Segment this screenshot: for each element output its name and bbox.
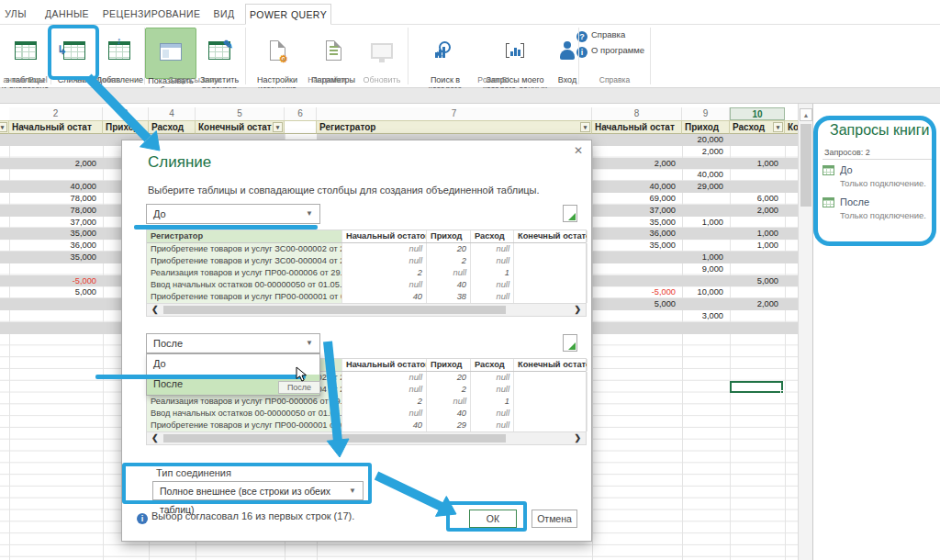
tab-review[interactable]: РЕЦЕНЗИРОВАНИЕ	[101, 4, 202, 25]
select-range-icon-2[interactable]	[563, 334, 577, 352]
sheet-cell[interactable]: 2,000	[9, 158, 100, 170]
sheet-cell[interactable]: 10,000	[682, 286, 727, 298]
scrollbar-thumb[interactable]	[163, 434, 506, 442]
filter-icon[interactable]: ▾	[580, 122, 590, 132]
search-catalog-button[interactable]: Поиск в каталоге данных	[413, 28, 477, 79]
from-table-button[interactable]: з таблицы и диапазона	[1, 28, 50, 79]
sheet-cell[interactable]: 78,000	[9, 205, 100, 217]
sheet-cell[interactable]: 2,000	[682, 146, 727, 158]
column-number[interactable]: 10	[730, 107, 785, 120]
column-header[interactable]	[285, 120, 317, 134]
column-header[interactable]: Приход▾	[103, 120, 149, 134]
show-pane-toggle[interactable]: Показывать область	[145, 28, 196, 79]
column-number[interactable]: 7	[317, 107, 592, 120]
vertical-scrollbar[interactable]: ▲	[798, 104, 812, 560]
sheet-cell[interactable]: 20,000	[682, 134, 727, 146]
join-kind-dropdown[interactable]: Полное внешнее (все строки из обеих табл…	[152, 481, 364, 500]
merge-button[interactable]: ↳ Слияние	[52, 28, 96, 79]
sheet-cell[interactable]: 3,000	[682, 310, 727, 322]
sheet-cell[interactable]: 1,000	[682, 217, 727, 229]
first-table-dropdown[interactable]: До▼	[146, 204, 320, 224]
column-header[interactable]: Расход▾	[149, 120, 196, 134]
tab-power-query[interactable]: POWER QUERY	[245, 4, 331, 25]
active-cell[interactable]	[730, 381, 783, 393]
chevron-down-icon: ▼	[306, 205, 313, 223]
about-link[interactable]: iО программе	[576, 44, 644, 57]
scroll-right-icon[interactable]: ❯	[574, 433, 581, 442]
sheet-cell[interactable]: 40,000	[9, 181, 100, 193]
sheet-cell[interactable]: 29,000	[682, 181, 727, 193]
my-catalog-queries-button[interactable]: Запросы моего каталога данных	[478, 28, 552, 79]
column-number[interactable]: 2	[9, 107, 103, 120]
sheet-cell[interactable]: 37,000	[9, 217, 100, 229]
column-header[interactable]: Регистратор▾	[317, 120, 592, 134]
sheet-cell[interactable]: 1,000	[730, 240, 782, 252]
sheet-cell[interactable]: 40,000	[682, 169, 727, 181]
dialog-close-icon[interactable]: ✕	[574, 144, 583, 157]
tab-view[interactable]: ВИД	[206, 4, 242, 25]
preview-hscrollbar[interactable]: ❮❯	[147, 431, 586, 444]
sheet-cell[interactable]: 35,000	[592, 240, 679, 252]
scrollbar-thumb[interactable]	[800, 124, 811, 207]
tab-formulas-partial[interactable]: УЛЫ	[0, 4, 31, 25]
filter-icon[interactable]: ▾	[273, 122, 283, 132]
column-header[interactable]: Расход▾	[730, 120, 785, 134]
sheet-cell[interactable]: 37,000	[592, 205, 679, 217]
sheet-cell[interactable]: 36,000	[592, 228, 679, 240]
ok-button[interactable]: ОК	[469, 510, 517, 528]
launch-editor-button[interactable]: ✎ Запустить редактор	[196, 28, 242, 79]
column-number[interactable]: 3	[103, 107, 149, 120]
sheet-cell[interactable]: 5,000	[730, 275, 782, 287]
options-button[interactable]: Параметры	[308, 28, 358, 79]
sheet-cell[interactable]: 5,000	[592, 298, 679, 310]
column-header[interactable]: Приход▾	[682, 120, 730, 134]
sheet-cell[interactable]: 35,000	[592, 217, 679, 229]
scroll-right-icon[interactable]: ❯	[574, 305, 581, 314]
column-header[interactable]: ▾	[0, 120, 9, 134]
column-number[interactable]: 4	[149, 107, 196, 120]
column-header[interactable]: Начальный остат▾	[9, 120, 103, 134]
preview-hscrollbar[interactable]: ❮❯	[147, 303, 586, 316]
second-table-dropdown[interactable]: После▼	[146, 333, 320, 353]
column-number[interactable]: 6	[285, 107, 317, 120]
column-header[interactable]: Начальный остат▾	[592, 120, 682, 134]
sheet-cell[interactable]: 9,000	[682, 263, 727, 275]
column-number[interactable]: 9	[682, 107, 730, 120]
sheet-cell[interactable]: 35,000	[9, 228, 100, 240]
dropdown-option-do[interactable]: До	[147, 354, 319, 375]
scroll-left-icon[interactable]: ❮	[151, 433, 159, 442]
column-header[interactable]: Конечный остат▾	[196, 120, 285, 134]
sheet-cell[interactable]: -5,000	[592, 286, 679, 298]
column-header[interactable]: Коне	[785, 120, 798, 134]
scroll-left-icon[interactable]: ❮	[151, 305, 159, 314]
help-link[interactable]: ?Справка	[576, 28, 625, 41]
sheet-cell[interactable]: 2,000	[730, 298, 782, 310]
sheet-cell[interactable]: 35,000	[9, 252, 100, 263]
sheet-cell[interactable]: 78,000	[9, 193, 100, 205]
sheet-cell[interactable]: 1,000	[730, 228, 782, 240]
sheet-cell[interactable]: 2,000	[592, 158, 679, 170]
filter-icon[interactable]: ▾	[0, 122, 7, 132]
scrollbar-thumb[interactable]	[163, 306, 506, 314]
select-range-icon-1[interactable]	[563, 205, 577, 222]
sheet-cell[interactable]: 36,000	[9, 240, 100, 252]
sheet-cell[interactable]: 69,000	[592, 193, 679, 205]
filter-icon[interactable]: ▾	[773, 122, 783, 132]
preview-cell: null	[471, 384, 514, 396]
cancel-button[interactable]: Отмена	[532, 510, 577, 528]
sheet-cell[interactable]: 1,000	[730, 158, 782, 170]
append-button[interactable]: ↕ Добавление	[96, 28, 142, 79]
preview-cell: 1	[471, 267, 514, 279]
sheet-cell[interactable]: 6,000	[730, 193, 782, 205]
tab-data[interactable]: ДАННЫЕ	[37, 4, 97, 25]
column-number[interactable]: 8	[592, 107, 682, 120]
sheet-cell[interactable]: 5,000	[9, 286, 100, 298]
scroll-up-arrow[interactable]: ▲	[800, 108, 812, 121]
sheet-cell[interactable]: -5,000	[9, 275, 100, 287]
column-number[interactable]: 5	[196, 107, 285, 120]
sheet-cell[interactable]: 1,000	[682, 252, 727, 263]
sheet-cell[interactable]: 2,000	[730, 205, 782, 217]
formula-bar[interactable]	[0, 88, 940, 104]
sheet-cell[interactable]: 40,000	[592, 181, 679, 193]
data-source-settings-button[interactable]: ⚙ Настройки источника данных	[248, 28, 307, 79]
